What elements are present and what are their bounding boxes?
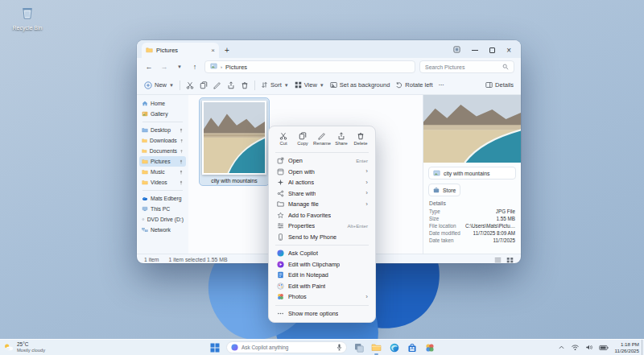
tab-close-icon[interactable]: ×: [211, 47, 215, 54]
share-with-icon: [276, 190, 284, 197]
thumbnail-view-toggle-icon[interactable]: [506, 257, 514, 263]
paint-icon: [276, 283, 284, 290]
menu-item-manage-file[interactable]: Manage file ›: [272, 199, 372, 210]
sidebar-item-downloads[interactable]: Downloads: [139, 135, 186, 146]
sidebar-item-dvd-drive[interactable]: DVD Drive (D:): [139, 214, 186, 225]
edge-taskbar-button[interactable]: [388, 341, 400, 353]
menu-separator: [275, 152, 369, 153]
submenu-chevron-icon: ›: [365, 180, 368, 186]
delete-button[interactable]: [241, 81, 249, 89]
cut-button[interactable]: [186, 81, 194, 89]
chevron-down-icon: ▼: [169, 83, 174, 88]
menu-item-open-with[interactable]: Open with ›: [272, 167, 372, 178]
submenu-chevron-icon: ›: [365, 201, 368, 208]
sort-button[interactable]: Sort ▼: [261, 81, 289, 89]
file-explorer-taskbar-button[interactable]: [370, 341, 382, 353]
close-button[interactable]: ×: [506, 47, 511, 55]
downloads-folder-icon: [142, 138, 147, 143]
photos-taskbar-button[interactable]: [423, 341, 436, 353]
menu-item-send-to-my-phone[interactable]: Send to My Phone: [272, 232, 372, 243]
menu-item-share-with[interactable]: Share with ›: [272, 188, 372, 200]
breadcrumb-location[interactable]: Pictures: [225, 64, 247, 71]
image-file-icon: [433, 170, 440, 176]
show-more-icon: [276, 310, 284, 317]
sidebar-item-desktop[interactable]: Desktop: [139, 125, 186, 135]
share-button[interactable]: [227, 81, 235, 89]
menu-item-photos[interactable]: Photos ›: [272, 291, 372, 303]
rename-button[interactable]: [213, 81, 221, 89]
delete-quick-action[interactable]: Delete: [351, 130, 370, 147]
wifi-icon[interactable]: [571, 344, 580, 351]
share-quick-action[interactable]: Share: [332, 130, 351, 147]
details-row-size: Size1.55 MB: [423, 215, 521, 222]
rotate-left-button[interactable]: Rotate left: [395, 81, 432, 89]
clock-widget[interactable]: 1:18 PM 11/26/2025: [614, 341, 639, 353]
menu-item-show-more-options[interactable]: Show more options: [272, 308, 372, 320]
back-icon[interactable]: ←: [143, 63, 155, 71]
menu-item-properties[interactable]: Properties Alt+Enter: [272, 221, 372, 232]
recent-locations-chevron-icon[interactable]: ▼: [174, 64, 185, 69]
copy-quick-action[interactable]: Copy: [293, 130, 312, 147]
microphone-icon[interactable]: [336, 344, 342, 351]
tray-chevron-up-icon[interactable]: [558, 345, 565, 350]
store-button[interactable]: Store: [428, 184, 460, 196]
clipchamp-icon: [276, 261, 284, 268]
up-icon[interactable]: ↑: [189, 63, 200, 71]
quick-actions-row: Cut Copy Rename Share Delete: [272, 130, 372, 150]
set-as-background-button[interactable]: Set as background: [330, 81, 390, 89]
sidebar-item-this-pc[interactable]: This PC: [139, 204, 186, 214]
menu-item-edit-with-paint[interactable]: Edit with Paint: [272, 281, 372, 292]
tab-pictures[interactable]: Pictures ×: [142, 43, 219, 58]
battery-icon[interactable]: [599, 345, 609, 351]
rename-quick-action[interactable]: Rename: [312, 130, 332, 147]
sidebar-item-network[interactable]: Network: [139, 225, 186, 235]
minimize-button[interactable]: [472, 50, 478, 51]
menu-item-edit-in-notepad[interactable]: Edit in Notepad: [272, 270, 372, 281]
weather-widget[interactable]: 25°C Mostly cloudy: [3, 341, 45, 353]
task-view-button[interactable]: [353, 341, 365, 353]
weather-condition: Mostly cloudy: [17, 348, 45, 353]
details-row-type: TypeJPG File: [423, 208, 521, 215]
sidebar-item-gallery[interactable]: Gallery: [139, 109, 186, 119]
title-bar: Pictures × + ×: [137, 40, 521, 58]
copy-button[interactable]: [200, 81, 208, 89]
sidebar-item-videos[interactable]: Videos: [139, 177, 186, 188]
menu-item-edit-with-clipchamp[interactable]: Edit with Clipchamp: [272, 259, 372, 270]
sidebar-item-music[interactable]: Music: [139, 167, 186, 177]
menu-item-add-to-favorites[interactable]: Add to Favorites: [272, 210, 372, 221]
breadcrumb[interactable]: › Pictures: [204, 60, 415, 73]
taskbar: 25°C Mostly cloudy Ask Copilot anything: [0, 339, 644, 355]
window-options-icon[interactable]: [453, 46, 460, 55]
forward-icon[interactable]: →: [159, 63, 170, 71]
photos-app-icon: [425, 343, 435, 353]
list-view-toggle-icon[interactable]: [494, 257, 502, 263]
new-button[interactable]: New ▼: [144, 81, 174, 89]
details-pane-button[interactable]: Details: [485, 81, 514, 89]
chevron-down-icon: ▼: [320, 83, 324, 88]
view-button[interactable]: View ▼: [295, 81, 324, 89]
taskbar-search-input[interactable]: Ask Copilot anything: [226, 341, 347, 353]
context-menu: Cut Copy Rename Share Delete Open Enter …: [268, 126, 376, 323]
pin-icon: [179, 180, 184, 185]
more-options-button[interactable]: ⋯: [439, 81, 445, 89]
menu-item-ask-copilot[interactable]: Ask Copilot: [272, 248, 372, 259]
picture-location-icon: [210, 63, 217, 71]
search-input[interactable]: Search Pictures: [419, 60, 514, 73]
sidebar-item-pictures[interactable]: Pictures: [139, 156, 186, 167]
store-bag-icon: [407, 343, 417, 353]
new-tab-button[interactable]: +: [221, 43, 233, 56]
sidebar-item-home[interactable]: Home: [139, 98, 186, 109]
menu-item-open[interactable]: Open Enter: [272, 155, 372, 167]
volume-icon[interactable]: [585, 344, 593, 351]
cut-quick-action[interactable]: Cut: [274, 130, 293, 147]
menu-item-ai-actions[interactable]: AI actions ›: [272, 177, 372, 188]
file-tile-city-with-mountains[interactable]: city with mountains: [200, 98, 269, 185]
maximize-button[interactable]: [489, 47, 495, 53]
start-button[interactable]: [208, 341, 221, 353]
recycle-bin-desktop-icon[interactable]: Recycle Bin: [6, 5, 48, 31]
sidebar-item-documents[interactable]: Documents: [139, 146, 186, 156]
store-taskbar-button[interactable]: [406, 341, 418, 353]
sidebar-item-onedrive-account[interactable]: Mats Edberg: [139, 193, 186, 204]
home-icon: [142, 101, 148, 106]
favorites-star-icon: [276, 212, 284, 219]
